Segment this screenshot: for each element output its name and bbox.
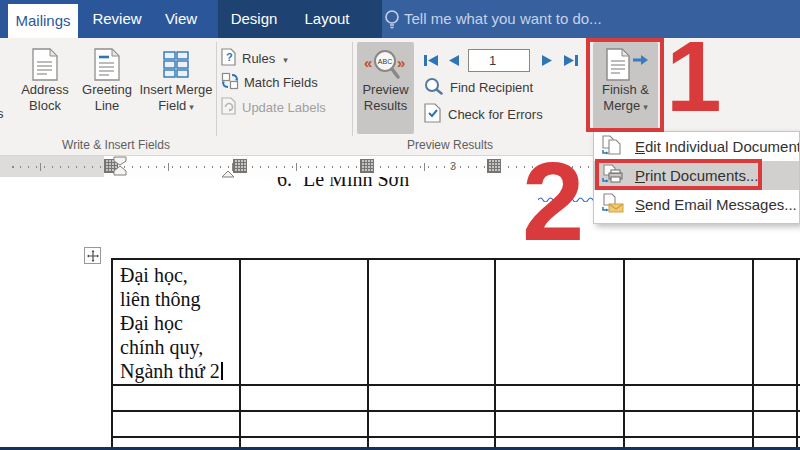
menu-item-edit-individual-documents[interactable]: Edit Individual Documents... (594, 132, 799, 161)
annotation-number-2: 2 (522, 146, 584, 258)
last-record-button[interactable] (563, 53, 578, 71)
find-recipient-icon (424, 77, 444, 98)
svg-text:?: ? (226, 51, 233, 63)
check-for-errors-icon (424, 103, 442, 126)
tab-layout[interactable]: Layout (296, 0, 358, 38)
tellme-search[interactable]: Tell me what you want to do... (404, 0, 602, 38)
record-number-input[interactable]: 1 (468, 49, 530, 72)
edit-documents-icon (601, 135, 625, 158)
group-separator (216, 42, 217, 136)
group-label-write-insert-fields: Write & Insert Fields (20, 138, 212, 152)
table-cell-text[interactable]: Đại học, liên thông Đại học chính quy, N… (120, 263, 244, 383)
tab-design[interactable]: Design (222, 0, 286, 38)
send-email-icon (601, 193, 625, 216)
rules-icon: ? (221, 48, 237, 69)
document-heading-name: Lê Minh Sơn (303, 177, 409, 191)
address-block-icon (14, 42, 76, 82)
lightbulb-icon (384, 8, 401, 34)
ruler-column-marker[interactable] (487, 159, 501, 173)
next-record-button[interactable] (541, 53, 553, 71)
hanging-indent-icon[interactable] (221, 165, 235, 183)
preview-results-icon: «ABC» (357, 42, 414, 82)
group-separator (352, 42, 353, 136)
svg-text:»: » (397, 54, 405, 71)
ruler-column-marker[interactable] (233, 159, 247, 173)
table-move-handle[interactable] (84, 247, 101, 264)
match-fields-icon (221, 72, 239, 93)
ruler-column-marker[interactable] (360, 159, 374, 173)
menu-item-send-email-messages[interactable]: Send Email Messages... (594, 190, 799, 219)
rules-button[interactable]: ? Rules (221, 46, 288, 70)
insert-merge-field-button[interactable]: Insert MergeField (136, 42, 216, 134)
indent-markers-icon[interactable] (113, 156, 128, 181)
update-labels-icon (221, 97, 237, 118)
address-block-button[interactable]: AddressBlock (14, 42, 76, 134)
text-cursor (221, 362, 223, 380)
find-recipient-button[interactable]: Find Recipient (424, 77, 533, 98)
chevron-down-icon (280, 51, 288, 66)
update-labels-button: Update Labels (221, 95, 326, 119)
tab-mailings[interactable]: Mailings (8, 4, 78, 38)
ruler-number: 3 (450, 160, 456, 172)
svg-text:ABC: ABC (377, 58, 391, 65)
check-for-errors-button[interactable]: Check for Errors (424, 103, 543, 126)
annotation-number-1: 1 (666, 26, 722, 126)
tab-review[interactable]: Review (86, 0, 148, 38)
previous-record-button[interactable] (448, 53, 460, 71)
list-number: 6. (277, 177, 292, 191)
tab-view[interactable]: View (154, 0, 208, 38)
greeting-line-button[interactable]: GreetingLine (78, 42, 136, 134)
chevron-down-icon (186, 98, 194, 113)
match-fields-button[interactable]: Match Fields (221, 70, 318, 94)
group-label-preview-results: Preview Results (360, 138, 540, 152)
first-record-button[interactable] (424, 53, 439, 71)
annotation-box-step2 (595, 159, 762, 190)
preview-results-button[interactable]: «ABC» PreviewResults (357, 42, 414, 134)
insert-merge-field-icon (136, 42, 216, 82)
svg-text:«: « (364, 54, 372, 71)
annotation-box-step1 (586, 38, 664, 132)
document-table[interactable]: Đại học, liên thông Đại học chính quy, N… (111, 258, 800, 447)
greeting-line-icon (78, 42, 136, 82)
clipped-button-fragment: ls (0, 106, 3, 121)
